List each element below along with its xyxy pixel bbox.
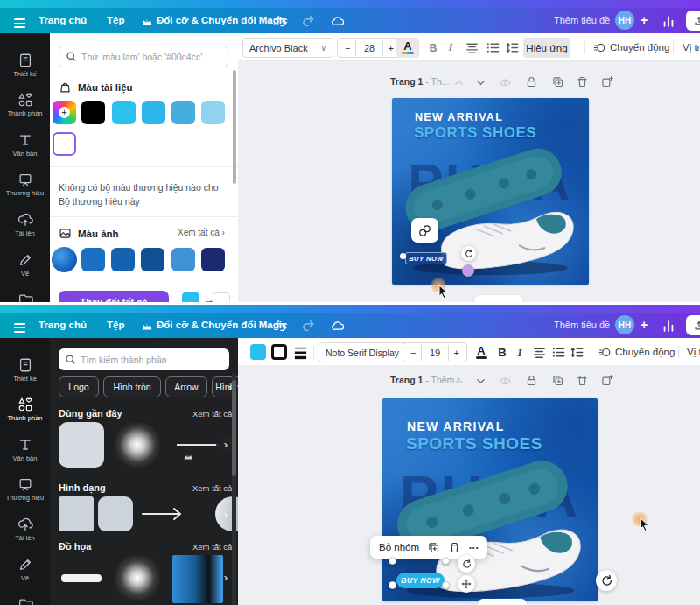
- refresh-button[interactable]: [596, 570, 617, 591]
- nav-resize-magic[interactable]: Đổi cỡ & Chuyển đổi Magic: [157, 320, 287, 330]
- selection-handle-bl[interactable]: [388, 581, 396, 589]
- cloud-status-icon[interactable]: [330, 318, 346, 333]
- border-weight-icon[interactable]: [293, 345, 308, 360]
- design-headline[interactable]: NEW ARRIVAL: [415, 111, 503, 123]
- spacing-icon[interactable]: [570, 345, 584, 360]
- share-button[interactable]: [686, 11, 700, 31]
- page-control-pill[interactable]: [474, 295, 523, 302]
- avatar[interactable]: HH: [615, 11, 634, 30]
- shape-thumb-arrow[interactable]: [138, 496, 187, 531]
- sidebar-item-elements[interactable]: Thành phần: [0, 85, 50, 123]
- position-button[interactable]: Vị trí: [687, 347, 700, 357]
- motion-button[interactable]: Chuyển động: [615, 347, 675, 357]
- trash-icon[interactable]: [448, 541, 461, 554]
- shape-thumb-square[interactable]: [59, 496, 94, 531]
- list-icon[interactable]: [486, 40, 500, 55]
- color-search-input[interactable]: [81, 52, 213, 62]
- graphic-thumb-glow[interactable]: [115, 555, 160, 601]
- nav-file[interactable]: Tệp: [107, 15, 124, 25]
- size-decrease-button[interactable]: −: [410, 348, 416, 358]
- move-page-up-icon[interactable]: [453, 376, 465, 387]
- spacing-icon[interactable]: [505, 40, 520, 55]
- align-icon[interactable]: [465, 40, 480, 55]
- cloud-status-icon[interactable]: [330, 13, 346, 28]
- chip-logo[interactable]: Logo: [59, 376, 99, 397]
- selection-handle-br[interactable]: [442, 581, 450, 589]
- nav-home[interactable]: Trang chủ: [38, 15, 87, 25]
- sidebar-item-design[interactable]: Thiết kế: [0, 46, 50, 84]
- more-icon[interactable]: •••: [469, 544, 479, 552]
- avatar[interactable]: HH: [615, 315, 634, 334]
- bold-button[interactable]: B: [494, 342, 511, 362]
- see-all-link[interactable]: Xem tất cả: [192, 542, 232, 552]
- menu-icon[interactable]: [14, 17, 25, 30]
- change-all-button[interactable]: Thay đổi tất cả: [59, 291, 169, 302]
- rotate-handle[interactable]: [461, 246, 476, 261]
- chip-arrow[interactable]: Arrow: [165, 376, 207, 397]
- font-selector[interactable]: Archivo Black∨: [242, 38, 333, 58]
- hide-page-icon[interactable]: [499, 375, 512, 388]
- text-color-button[interactable]: A: [396, 38, 419, 58]
- duplicate-page-icon[interactable]: [551, 75, 564, 88]
- cta-button[interactable]: BUY NOW: [405, 252, 447, 264]
- redo-icon[interactable]: [301, 318, 316, 333]
- undo-icon[interactable]: [273, 318, 288, 333]
- move-handle[interactable]: [458, 575, 475, 593]
- undo-icon[interactable]: [273, 13, 288, 28]
- color-swatch[interactable]: [142, 101, 165, 124]
- link-button[interactable]: [411, 218, 438, 243]
- effects-button[interactable]: Hiệu ứng: [523, 38, 570, 58]
- see-all-link[interactable]: Xem tất cả ›: [178, 228, 225, 237]
- font-size-stepper[interactable]: −28+: [337, 38, 402, 58]
- move-page-up-icon[interactable]: [453, 77, 465, 88]
- recent-thumb-glow[interactable]: [115, 422, 160, 468]
- menu-icon[interactable]: [14, 321, 25, 334]
- fill-color-button[interactable]: [250, 344, 266, 360]
- sidebar-item-projects[interactable]: Dự án: [0, 285, 50, 302]
- rotate-handle[interactable]: [458, 555, 475, 573]
- page-control-pill[interactable]: [478, 599, 527, 605]
- color-swatch-selected[interactable]: [52, 132, 76, 156]
- sidebar-item-draw[interactable]: Vẽ: [0, 245, 50, 284]
- see-all-link[interactable]: Xem tất cả: [192, 483, 232, 493]
- redo-icon[interactable]: [301, 13, 316, 28]
- add-member-button[interactable]: +: [640, 318, 648, 332]
- color-swatch[interactable]: [172, 101, 195, 124]
- color-swatch[interactable]: [201, 101, 225, 124]
- recent-thumb-square[interactable]: [59, 422, 104, 468]
- scrollbar[interactable]: [233, 70, 236, 184]
- nav-home[interactable]: Trang chủ: [38, 320, 87, 330]
- sidebar-item-elements[interactable]: Thành phần: [0, 390, 50, 428]
- hide-page-icon[interactable]: [499, 76, 512, 89]
- position-button[interactable]: Vị trí: [682, 42, 700, 53]
- size-increase-button[interactable]: +: [454, 348, 459, 358]
- font-size-value[interactable]: 19: [421, 345, 449, 361]
- elements-search-input[interactable]: [80, 355, 212, 365]
- sidebar-item-uploads[interactable]: Tải lên: [0, 205, 50, 243]
- sidebar-item-uploads[interactable]: Tải lên: [0, 510, 50, 548]
- add-title-button[interactable]: Thêm tiêu đề: [554, 320, 610, 330]
- align-icon[interactable]: [532, 345, 547, 360]
- delete-page-icon[interactable]: [576, 374, 589, 387]
- selection-handle-tl[interactable]: [388, 557, 396, 565]
- text-color-button[interactable]: A: [471, 342, 492, 362]
- share-button[interactable]: [686, 315, 700, 335]
- nav-resize-magic[interactable]: Đổi cỡ & Chuyển đổi Magic: [157, 15, 287, 25]
- nav-file[interactable]: Tệp: [107, 320, 124, 330]
- lock-icon[interactable]: [525, 75, 538, 88]
- lock-icon[interactable]: [525, 374, 538, 387]
- bold-button[interactable]: B: [424, 38, 442, 58]
- page-label[interactable]: Trang 1 - Th...: [390, 76, 450, 87]
- sidebar-item-brand[interactable]: Thương hiệu: [0, 469, 50, 508]
- design-page[interactable]: PUMA NEW ARRIVAL SPORTS SHOES BUY NOW: [392, 98, 589, 285]
- add-color-button[interactable]: +: [52, 101, 76, 124]
- size-decrease-button[interactable]: −: [345, 43, 350, 53]
- photo-swatch[interactable]: [201, 248, 225, 271]
- add-member-button[interactable]: +: [640, 13, 648, 27]
- italic-button[interactable]: I: [444, 38, 458, 58]
- photo-swatch[interactable]: [81, 248, 105, 271]
- move-page-down-icon[interactable]: [475, 376, 486, 387]
- stats-icon[interactable]: [662, 320, 676, 333]
- design-subhead[interactable]: SPORTS SHOES: [414, 124, 536, 142]
- elements-search[interactable]: [59, 348, 229, 370]
